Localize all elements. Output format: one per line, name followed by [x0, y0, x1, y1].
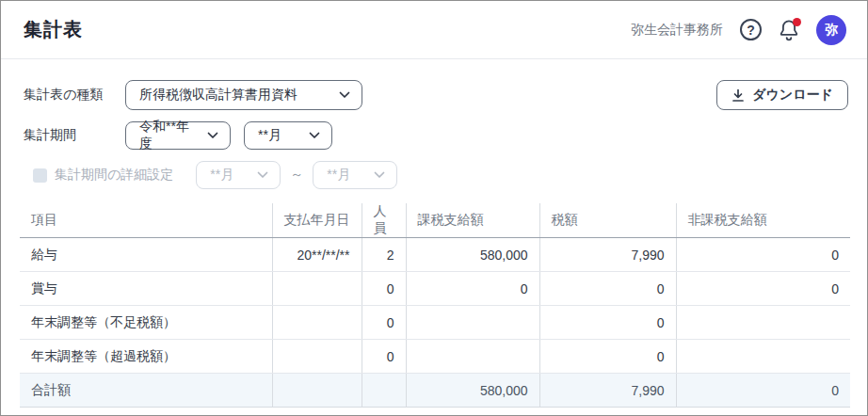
cell-item: 年末調整等（不足税額） [20, 306, 272, 340]
download-label: ダウンロード [752, 87, 833, 104]
cell-pay-date [272, 272, 362, 306]
detail-to-value: **月 [327, 167, 350, 184]
column-header: 非課税支給額 [676, 203, 850, 238]
cell-nontaxable [676, 306, 850, 340]
cell-taxable: 0 [406, 272, 539, 306]
cell-nontaxable: 0 [676, 272, 850, 306]
cell-headcount: 0 [362, 272, 406, 306]
topbar-right: 弥生会計事務所 ? 弥 [631, 15, 846, 45]
cell-taxable [406, 306, 539, 340]
cell-pay-date [272, 374, 362, 408]
detail-from-value: **月 [210, 167, 233, 184]
cell-nontaxable: 0 [676, 374, 850, 408]
download-icon [731, 88, 745, 103]
cell-tax: 7,990 [539, 374, 676, 408]
report-type-value: 所得税徴収高計算書用資料 [139, 87, 297, 104]
table-row: 年末調整等（不足税額）00 [20, 306, 850, 340]
period-month-value: **月 [258, 127, 281, 144]
cell-pay-date [272, 340, 362, 374]
topbar: 集計表 弥生会計事務所 ? 弥 [1, 1, 867, 59]
notification-bell-icon[interactable] [779, 19, 799, 41]
cell-nontaxable: 0 [676, 238, 850, 272]
content: 集計表の種類 所得税徴収高計算書用資料 ダウンロード 集計期間 令和**年度 [1, 59, 867, 408]
detail-period-row: 集計期間の詳細設定 **月 ～ **月 [20, 161, 848, 189]
period-year-value: 令和**年度 [139, 119, 198, 152]
cell-tax: 0 [539, 306, 676, 340]
cell-tax: 0 [539, 272, 676, 306]
column-header: 課税支給額 [406, 203, 539, 238]
column-header: 支払年月日 [272, 203, 362, 238]
report-type-label: 集計表の種類 [24, 87, 125, 104]
cell-nontaxable [676, 340, 850, 374]
chevron-down-icon [257, 171, 268, 179]
table-body: 給与20**/**/**2580,0007,9900賞与0000年末調整等（不足… [20, 238, 850, 408]
cell-headcount: 0 [362, 340, 406, 374]
cell-taxable [406, 340, 539, 374]
period-year-select[interactable]: 令和**年度 [125, 121, 231, 150]
cell-headcount: 0 [362, 306, 406, 340]
cell-item: 年末調整等（超過税額） [20, 340, 272, 374]
detail-to-select[interactable]: **月 [313, 161, 397, 189]
period-month-select[interactable]: **月 [244, 121, 332, 150]
cell-tax: 0 [539, 340, 676, 374]
report-type-select[interactable]: 所得税徴収高計算書用資料 [125, 80, 362, 110]
cell-tax: 7,990 [539, 238, 676, 272]
cell-headcount: 2 [362, 238, 406, 272]
cell-taxable: 580,000 [406, 238, 539, 272]
column-header: 税額 [539, 203, 676, 238]
table-row: 年末調整等（超過税額）00 [20, 340, 850, 374]
cell-pay-date: 20**/**/** [272, 238, 362, 272]
chevron-down-icon [207, 132, 218, 139]
cell-headcount [362, 374, 406, 408]
cell-item: 合計額 [20, 374, 272, 408]
detail-from-select[interactable]: **月 [196, 161, 281, 189]
cell-taxable: 580,000 [406, 374, 539, 408]
chevron-down-icon [374, 171, 385, 179]
table-row: 賞与0000 [20, 272, 850, 306]
user-avatar[interactable]: 弥 [816, 15, 846, 45]
column-header: 人員 [362, 203, 406, 238]
detail-period-checkbox[interactable] [33, 168, 47, 183]
chevron-down-icon [309, 132, 320, 139]
page-title: 集計表 [24, 17, 83, 42]
period-row: 集計期間 令和**年度 **月 [20, 121, 848, 150]
account-name: 弥生会計事務所 [631, 22, 723, 39]
column-header: 項目 [20, 203, 272, 238]
detail-period-label: 集計期間の詳細設定 [55, 167, 173, 184]
download-button[interactable]: ダウンロード [716, 80, 848, 110]
range-separator: ～ [290, 167, 303, 184]
period-label: 集計期間 [24, 127, 125, 144]
chevron-down-icon [339, 91, 350, 99]
report-type-row: 集計表の種類 所得税徴収高計算書用資料 ダウンロード [20, 80, 848, 110]
cell-item: 給与 [20, 238, 272, 272]
table-total-row: 合計額580,0007,9900 [20, 374, 850, 408]
summary-table: 項目支払年月日人員課税支給額税額非課税支給額 給与20**/**/**2580,… [20, 203, 850, 408]
table-header-row: 項目支払年月日人員課税支給額税額非課税支給額 [20, 203, 850, 238]
cell-item: 賞与 [20, 272, 272, 306]
cell-pay-date [272, 306, 362, 340]
summary-report-page: 集計表 弥生会計事務所 ? 弥 集計表の種類 所得税徴収高計算書用資料 [0, 0, 868, 416]
table-row: 給与20**/**/**2580,0007,9900 [20, 238, 850, 272]
notification-dot [793, 18, 801, 26]
help-icon[interactable]: ? [740, 19, 762, 40]
table-header: 項目支払年月日人員課税支給額税額非課税支給額 [20, 203, 850, 238]
